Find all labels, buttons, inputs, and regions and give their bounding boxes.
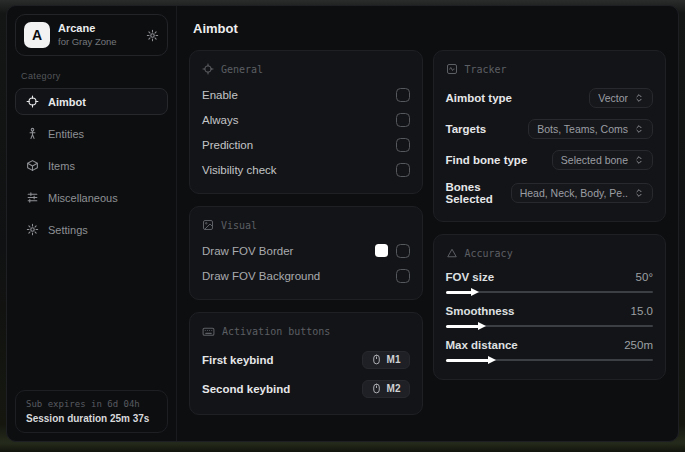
sidebar-item-miscellaneous[interactable]: Miscellaneous xyxy=(15,184,168,211)
slider-label: Smoothness xyxy=(446,305,515,317)
slider-fill[interactable] xyxy=(446,359,490,362)
chevrons-up-down-icon xyxy=(634,93,644,103)
sub-expires-text: Sub expires in 6d 04h xyxy=(26,399,157,409)
activation-header: Activation buttons xyxy=(202,325,410,338)
setting-label: Always xyxy=(202,114,238,126)
enable-checkbox[interactable] xyxy=(396,88,410,102)
sidebar-item-label: Aimbot xyxy=(48,96,86,108)
image-icon xyxy=(202,219,214,231)
visibility-check-checkbox[interactable] xyxy=(396,163,410,177)
keyboard-icon xyxy=(202,325,215,338)
general-title: General xyxy=(221,64,263,75)
activation-title: Activation buttons xyxy=(222,326,330,337)
always-checkbox[interactable] xyxy=(396,113,410,127)
mouse-icon xyxy=(371,354,382,365)
activity-icon xyxy=(446,63,458,75)
bones-selected-select[interactable]: Head, Neck, Body, Pe.. xyxy=(511,183,653,203)
prediction-checkbox[interactable] xyxy=(396,138,410,152)
setting-row-enable: Enable xyxy=(202,82,410,107)
app-name: Arcane xyxy=(58,22,138,36)
max-distance-slider[interactable] xyxy=(446,359,654,361)
select-value: Vector xyxy=(598,92,628,104)
sidebar-item-aimbot[interactable]: Aimbot xyxy=(15,88,168,115)
sidebar-item-label: Miscellaneous xyxy=(48,192,118,204)
app-subtitle: for Gray Zone xyxy=(58,36,138,48)
slider-value: 50° xyxy=(636,271,653,283)
settings-gear-icon[interactable] xyxy=(146,29,159,42)
fov-size-slider[interactable] xyxy=(446,291,654,293)
setting-label: Prediction xyxy=(202,139,253,151)
sidebar-item-label: Settings xyxy=(48,224,88,236)
sidebar: A Arcane for Gray Zone Category xyxy=(7,6,177,441)
slider-label: Max distance xyxy=(446,339,518,351)
max-distance-slider-block: Max distance 250m xyxy=(446,334,654,368)
slider-label: FOV size xyxy=(446,271,495,283)
fov-border-color-swatch[interactable] xyxy=(375,244,388,257)
setting-row-first-keybind: First keybind M1 xyxy=(202,345,410,374)
slider-value: 250m xyxy=(624,339,653,351)
session-duration-text: Session duration 25m 37s xyxy=(26,413,157,424)
visual-card: Visual Draw FOV Border Draw FOV Backgrou… xyxy=(189,206,423,300)
select-value: Head, Neck, Body, Pe.. xyxy=(520,187,628,199)
targets-select[interactable]: Bots, Teams, Coms xyxy=(528,119,653,139)
second-keybind-button[interactable]: M2 xyxy=(362,380,410,398)
chevrons-up-down-icon xyxy=(634,188,644,198)
sidebar-item-entities[interactable]: Entities xyxy=(15,120,168,147)
setting-label: Enable xyxy=(202,89,238,101)
setting-label: Bones Selected xyxy=(446,181,511,205)
draw-fov-background-checkbox[interactable] xyxy=(396,269,410,283)
visual-header: Visual xyxy=(202,219,410,231)
select-value: Selected bone xyxy=(561,154,628,166)
setting-row-aimbot-type: Aimbot type Vector xyxy=(446,82,654,113)
right-column: Tracker Aimbot type Vector xyxy=(433,50,667,380)
category-label: Category xyxy=(21,71,162,81)
setting-label: Second keybind xyxy=(202,383,290,395)
slider-fill[interactable] xyxy=(446,325,479,328)
general-card: General Enable Always Prediction xyxy=(189,50,423,194)
crosshair-icon xyxy=(26,95,39,108)
person-icon xyxy=(26,127,39,140)
setting-row-targets: Targets Bots, Teams, Coms xyxy=(446,113,654,144)
setting-row-second-keybind: Second keybind M2 xyxy=(202,374,410,403)
accuracy-header: Accuracy xyxy=(446,247,654,259)
crosshair-icon xyxy=(202,63,214,75)
setting-row-always: Always xyxy=(202,107,410,132)
draw-fov-border-checkbox[interactable] xyxy=(396,244,410,258)
setting-row-find-bone-type: Find bone type Selected bone xyxy=(446,144,654,175)
tracker-header: Tracker xyxy=(446,63,654,75)
setting-label: Find bone type xyxy=(446,154,528,166)
setting-label: Aimbot type xyxy=(446,92,512,104)
slider-fill[interactable] xyxy=(446,291,473,294)
find-bone-type-select[interactable]: Selected bone xyxy=(552,150,653,170)
setting-label: First keybind xyxy=(202,354,274,366)
setting-row-bones-selected: Bones Selected Head, Neck, Body, Pe.. xyxy=(446,175,654,210)
setting-label: Visibility check xyxy=(202,164,277,176)
chevrons-up-down-icon xyxy=(634,155,644,165)
slider-value: 15.0 xyxy=(631,305,653,317)
activation-buttons-card: Activation buttons First keybind M1 xyxy=(189,312,423,415)
sliders-icon xyxy=(26,191,39,204)
app-identity: Arcane for Gray Zone xyxy=(58,22,138,48)
visual-title: Visual xyxy=(221,220,257,231)
main-content: Aimbot General Enable xyxy=(177,6,678,441)
first-keybind-button[interactable]: M1 xyxy=(362,351,410,369)
setting-label: Draw FOV Background xyxy=(202,270,320,282)
app-window: A Arcane for Gray Zone Category xyxy=(6,5,679,442)
setting-row-visibility-check: Visibility check xyxy=(202,157,410,182)
triangle-icon xyxy=(446,247,458,259)
sidebar-item-label: Items xyxy=(48,160,75,172)
setting-label: Draw FOV Border xyxy=(202,245,293,257)
app-logo: A xyxy=(24,22,50,48)
sidebar-item-items[interactable]: Items xyxy=(15,152,168,179)
aimbot-type-select[interactable]: Vector xyxy=(589,88,653,108)
sidebar-item-settings[interactable]: Settings xyxy=(15,216,168,243)
select-value: Bots, Teams, Coms xyxy=(537,123,628,135)
smoothness-slider[interactable] xyxy=(446,325,654,327)
sidebar-nav: Aimbot Entities Items xyxy=(15,88,168,243)
setting-row-prediction: Prediction xyxy=(202,132,410,157)
fov-size-slider-block: FOV size 50° xyxy=(446,266,654,300)
accuracy-card: Accuracy FOV size 50° Smoothness xyxy=(433,234,667,380)
logo-card: A Arcane for Gray Zone xyxy=(15,14,168,56)
chevrons-up-down-icon xyxy=(634,124,644,134)
tracker-card: Tracker Aimbot type Vector xyxy=(433,50,667,222)
